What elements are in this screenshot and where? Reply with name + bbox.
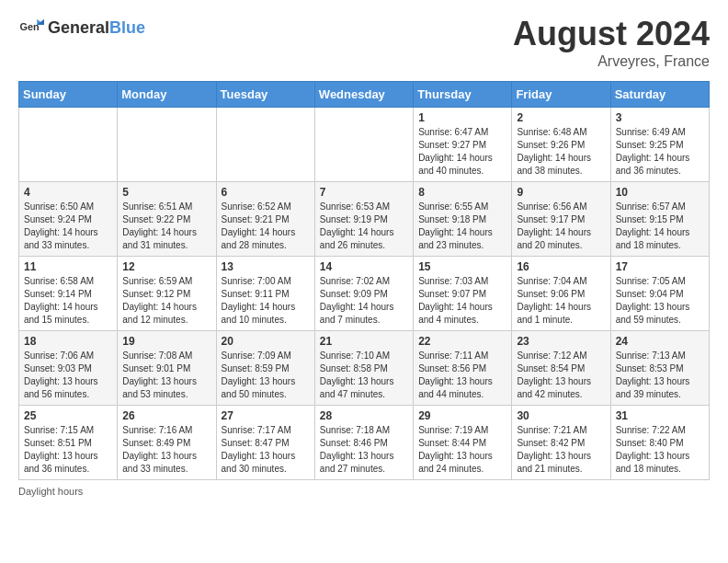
day-info: Sunrise: 7:18 AM Sunset: 8:46 PM Dayligh… xyxy=(320,424,408,476)
day-info: Sunrise: 6:48 AM Sunset: 9:26 PM Dayligh… xyxy=(517,126,605,178)
calendar-day-cell xyxy=(314,108,413,182)
day-of-week-header: Wednesday xyxy=(314,82,413,108)
header: Gen GeneralBlue August 2024 Arveyres, Fr… xyxy=(18,15,710,70)
day-info: Sunrise: 7:04 AM Sunset: 9:06 PM Dayligh… xyxy=(517,275,605,327)
day-number: 21 xyxy=(320,335,408,348)
calendar-day-cell: 10Sunrise: 6:57 AM Sunset: 9:15 PM Dayli… xyxy=(610,182,709,257)
day-of-week-header: Sunday xyxy=(19,82,118,108)
day-number: 22 xyxy=(418,335,506,348)
calendar-day-cell: 16Sunrise: 7:04 AM Sunset: 9:06 PM Dayli… xyxy=(512,257,610,331)
calendar-day-cell: 4Sunrise: 6:50 AM Sunset: 9:24 PM Daylig… xyxy=(19,182,118,257)
day-info: Sunrise: 6:50 AM Sunset: 9:24 PM Dayligh… xyxy=(24,201,112,252)
day-info: Sunrise: 7:22 AM Sunset: 8:40 PM Dayligh… xyxy=(616,424,704,476)
day-info: Sunrise: 7:06 AM Sunset: 9:03 PM Dayligh… xyxy=(24,350,112,401)
logo-icon: Gen xyxy=(18,15,44,40)
logo-text-general: General xyxy=(48,18,109,37)
day-number: 26 xyxy=(122,409,210,422)
calendar-day-cell: 5Sunrise: 6:51 AM Sunset: 9:22 PM Daylig… xyxy=(118,182,216,257)
calendar-day-cell: 18Sunrise: 7:06 AM Sunset: 9:03 PM Dayli… xyxy=(19,331,118,406)
day-number: 28 xyxy=(320,409,408,422)
calendar-day-cell: 24Sunrise: 7:13 AM Sunset: 8:53 PM Dayli… xyxy=(610,331,709,406)
calendar-day-cell: 11Sunrise: 6:58 AM Sunset: 9:14 PM Dayli… xyxy=(19,257,118,331)
calendar-day-cell: 7Sunrise: 6:53 AM Sunset: 9:19 PM Daylig… xyxy=(314,182,413,257)
day-number: 17 xyxy=(616,260,704,273)
calendar-day-cell: 27Sunrise: 7:17 AM Sunset: 8:47 PM Dayli… xyxy=(216,406,314,480)
calendar-day-cell xyxy=(118,108,216,182)
calendar-day-cell: 21Sunrise: 7:10 AM Sunset: 8:58 PM Dayli… xyxy=(314,331,413,406)
day-number: 9 xyxy=(517,186,605,199)
day-info: Sunrise: 7:19 AM Sunset: 8:44 PM Dayligh… xyxy=(418,424,506,476)
day-number: 1 xyxy=(418,111,506,124)
day-number: 2 xyxy=(517,111,605,124)
day-number: 11 xyxy=(24,260,112,273)
day-number: 29 xyxy=(418,409,506,422)
day-number: 15 xyxy=(418,260,506,273)
calendar-day-cell: 1Sunrise: 6:47 AM Sunset: 9:27 PM Daylig… xyxy=(414,108,512,182)
day-info: Sunrise: 7:00 AM Sunset: 9:11 PM Dayligh… xyxy=(222,275,310,327)
day-info: Sunrise: 6:49 AM Sunset: 9:25 PM Dayligh… xyxy=(616,126,704,178)
day-info: Sunrise: 7:09 AM Sunset: 8:59 PM Dayligh… xyxy=(222,350,310,401)
day-info: Sunrise: 7:03 AM Sunset: 9:07 PM Dayligh… xyxy=(418,275,506,327)
day-info: Sunrise: 6:51 AM Sunset: 9:22 PM Dayligh… xyxy=(122,201,210,252)
day-info: Sunrise: 7:11 AM Sunset: 8:56 PM Dayligh… xyxy=(418,350,506,401)
day-info: Sunrise: 6:57 AM Sunset: 9:15 PM Dayligh… xyxy=(616,201,704,252)
day-number: 7 xyxy=(320,186,408,199)
day-number: 10 xyxy=(616,186,704,199)
calendar-table: SundayMondayTuesdayWednesdayThursdayFrid… xyxy=(18,81,710,480)
calendar-day-cell xyxy=(216,108,314,182)
day-info: Sunrise: 7:05 AM Sunset: 9:04 PM Dayligh… xyxy=(616,275,704,327)
calendar-day-cell: 29Sunrise: 7:19 AM Sunset: 8:44 PM Dayli… xyxy=(414,406,512,480)
calendar-day-cell: 25Sunrise: 7:15 AM Sunset: 8:51 PM Dayli… xyxy=(19,406,118,480)
calendar-day-cell: 15Sunrise: 7:03 AM Sunset: 9:07 PM Dayli… xyxy=(414,257,512,331)
calendar-day-cell: 13Sunrise: 7:00 AM Sunset: 9:11 PM Dayli… xyxy=(216,257,314,331)
calendar-day-cell: 20Sunrise: 7:09 AM Sunset: 8:59 PM Dayli… xyxy=(216,331,314,406)
calendar-day-cell: 31Sunrise: 7:22 AM Sunset: 8:40 PM Dayli… xyxy=(610,406,709,480)
calendar-day-cell: 30Sunrise: 7:21 AM Sunset: 8:42 PM Dayli… xyxy=(512,406,610,480)
day-of-week-header: Tuesday xyxy=(216,82,314,108)
day-info: Sunrise: 7:16 AM Sunset: 8:49 PM Dayligh… xyxy=(122,424,210,476)
day-number: 12 xyxy=(122,260,210,273)
day-info: Sunrise: 7:02 AM Sunset: 9:09 PM Dayligh… xyxy=(320,275,408,327)
title-area: August 2024 Arveyres, France xyxy=(513,15,710,70)
calendar-header-row: SundayMondayTuesdayWednesdayThursdayFrid… xyxy=(19,82,710,108)
calendar-day-cell: 26Sunrise: 7:16 AM Sunset: 8:49 PM Dayli… xyxy=(118,406,216,480)
calendar-week-row: 18Sunrise: 7:06 AM Sunset: 9:03 PM Dayli… xyxy=(19,331,710,406)
day-number: 31 xyxy=(616,409,704,422)
day-number: 23 xyxy=(517,335,605,348)
day-number: 4 xyxy=(24,186,112,199)
calendar-week-row: 25Sunrise: 7:15 AM Sunset: 8:51 PM Dayli… xyxy=(19,406,710,480)
day-info: Sunrise: 7:08 AM Sunset: 9:01 PM Dayligh… xyxy=(122,350,210,401)
day-number: 30 xyxy=(517,409,605,422)
day-of-week-header: Friday xyxy=(512,82,610,108)
calendar-day-cell: 19Sunrise: 7:08 AM Sunset: 9:01 PM Dayli… xyxy=(118,331,216,406)
day-info: Sunrise: 6:56 AM Sunset: 9:17 PM Dayligh… xyxy=(517,201,605,252)
day-number: 8 xyxy=(418,186,506,199)
calendar-day-cell: 6Sunrise: 6:52 AM Sunset: 9:21 PM Daylig… xyxy=(216,182,314,257)
calendar-day-cell: 23Sunrise: 7:12 AM Sunset: 8:54 PM Dayli… xyxy=(512,331,610,406)
calendar-day-cell: 9Sunrise: 6:56 AM Sunset: 9:17 PM Daylig… xyxy=(512,182,610,257)
day-of-week-header: Thursday xyxy=(414,82,512,108)
location: Arveyres, France xyxy=(513,53,710,70)
svg-text:Gen: Gen xyxy=(20,21,40,32)
calendar-week-row: 11Sunrise: 6:58 AM Sunset: 9:14 PM Dayli… xyxy=(19,257,710,331)
calendar-day-cell: 14Sunrise: 7:02 AM Sunset: 9:09 PM Dayli… xyxy=(314,257,413,331)
day-info: Sunrise: 6:52 AM Sunset: 9:21 PM Dayligh… xyxy=(222,201,310,252)
calendar-day-cell: 22Sunrise: 7:11 AM Sunset: 8:56 PM Dayli… xyxy=(414,331,512,406)
logo-text-blue: Blue xyxy=(109,18,145,37)
footer-note: Daylight hours xyxy=(18,486,710,497)
month-year: August 2024 xyxy=(513,15,710,53)
calendar-day-cell: 3Sunrise: 6:49 AM Sunset: 9:25 PM Daylig… xyxy=(610,108,709,182)
day-number: 24 xyxy=(616,335,704,348)
day-number: 6 xyxy=(222,186,310,199)
calendar-body: 1Sunrise: 6:47 AM Sunset: 9:27 PM Daylig… xyxy=(19,108,710,480)
day-info: Sunrise: 6:55 AM Sunset: 9:18 PM Dayligh… xyxy=(418,201,506,252)
day-number: 18 xyxy=(24,335,112,348)
day-info: Sunrise: 7:12 AM Sunset: 8:54 PM Dayligh… xyxy=(517,350,605,401)
day-info: Sunrise: 6:59 AM Sunset: 9:12 PM Dayligh… xyxy=(122,275,210,327)
calendar-day-cell: 8Sunrise: 6:55 AM Sunset: 9:18 PM Daylig… xyxy=(414,182,512,257)
day-number: 3 xyxy=(616,111,704,124)
logo: Gen GeneralBlue xyxy=(18,15,145,40)
day-number: 13 xyxy=(222,260,310,273)
day-info: Sunrise: 7:21 AM Sunset: 8:42 PM Dayligh… xyxy=(517,424,605,476)
calendar-day-cell: 28Sunrise: 7:18 AM Sunset: 8:46 PM Dayli… xyxy=(314,406,413,480)
